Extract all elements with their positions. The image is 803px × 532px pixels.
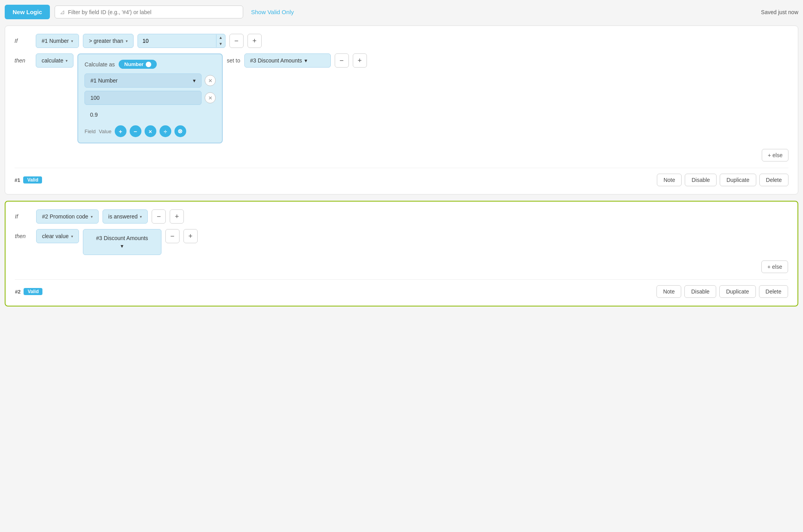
mul-operand-btn[interactable]: ×: [145, 125, 156, 137]
chevron-down-icon: ▾: [66, 59, 68, 63]
if-row-1: If #1 Number ▾ > greater than ▾ ▲ ▼ − +: [15, 34, 788, 48]
card-bottom-1: #1 Valid Note Disable Duplicate Delete: [15, 168, 788, 186]
delete-btn-1[interactable]: Delete: [759, 174, 788, 186]
action-dropdown-1[interactable]: calculate ▾: [36, 53, 73, 68]
calc-value-row-1: ✕: [84, 91, 216, 105]
condition-op-label-2: is answered: [108, 213, 138, 220]
new-logic-button[interactable]: New Logic: [5, 5, 50, 19]
clear-field-btn[interactable]: #3 Discount Amounts ▾: [83, 229, 161, 255]
rule-card-2: If #2 Promotion code ▾ is answered ▾ − +…: [5, 201, 798, 306]
value-op-label: Value: [99, 128, 111, 134]
add-condition-btn-1[interactable]: +: [248, 34, 262, 48]
chevron-down-icon: ▾: [140, 215, 142, 219]
chevron-down-icon: ▾: [71, 234, 73, 238]
condition-op-dropdown-1[interactable]: > greater than ▾: [83, 34, 134, 48]
calc-field-label-1: #1 Number: [90, 77, 117, 84]
rule-num-2: #2: [15, 289, 20, 295]
spinner-up-btn[interactable]: ▲: [216, 35, 225, 41]
remove-condition-btn-2[interactable]: −: [152, 209, 166, 224]
card-bottom-actions-2: Note Disable Duplicate Delete: [656, 285, 788, 298]
filter-bar: ⊿: [55, 6, 243, 18]
delete-btn-2[interactable]: Delete: [759, 285, 788, 298]
saved-status: Saved just now: [761, 9, 798, 15]
duplicate-btn-2[interactable]: Duplicate: [719, 285, 755, 298]
remove-calc-field-1-btn[interactable]: ✕: [205, 75, 216, 86]
card-actions-row-1: + else: [15, 149, 788, 161]
condition-op-dropdown-2[interactable]: is answered ▾: [103, 209, 148, 224]
toggle-circle-icon: [146, 62, 151, 67]
spinner-down-btn[interactable]: ▼: [216, 41, 225, 47]
condition-field-label-2: #2 Promotion code: [42, 213, 88, 220]
valid-badge-1: Valid: [23, 176, 42, 183]
chevron-down-icon: ▾: [126, 39, 128, 43]
calc-field-btn-1[interactable]: #1 Number ▾: [84, 73, 202, 88]
calc-field-row-1: #1 Number ▾ ✕: [84, 73, 216, 88]
set-to-field-dropdown[interactable]: #3 Discount Amounts ▾: [244, 53, 331, 68]
calculate-header: Calculate as Number: [84, 60, 216, 69]
note-btn-2[interactable]: Note: [656, 285, 682, 298]
rule-card-1: If #1 Number ▾ > greater than ▾ ▲ ▼ − + …: [5, 26, 798, 194]
then-row-1: then calculate ▾ Calculate as Number #1 …: [15, 53, 788, 143]
toggle-label: Number: [124, 61, 143, 67]
calculate-box: Calculate as Number #1 Number ▾ ✕ ✕: [77, 53, 223, 143]
clear-field-label: #3 Discount Amounts: [96, 235, 148, 241]
action-dropdown-2[interactable]: clear value ▾: [36, 229, 79, 243]
then-row-2: then clear value ▾ #3 Discount Amounts ▾…: [15, 229, 788, 255]
then-label-1: then: [15, 53, 32, 64]
remove-action-btn-2[interactable]: −: [165, 229, 180, 243]
header: New Logic ⊿ Show Valid Only Saved just n…: [5, 5, 798, 19]
disable-btn-2[interactable]: Disable: [684, 285, 716, 298]
condition-field-dropdown-2[interactable]: #2 Promotion code ▾: [36, 209, 99, 224]
condition-value-input-wrap: ▲ ▼: [138, 34, 226, 48]
add-condition-btn-2[interactable]: +: [170, 209, 184, 224]
calc-value-input-1[interactable]: [84, 91, 202, 105]
condition-field-label-1: #1 Number: [42, 38, 69, 44]
number-spinners: ▲ ▼: [216, 35, 225, 47]
remove-calc-value-1-btn[interactable]: ✕: [205, 92, 216, 103]
clear-operand-btn[interactable]: ⊗: [174, 125, 186, 137]
note-btn-1[interactable]: Note: [657, 174, 682, 186]
add-action-btn-1[interactable]: +: [353, 53, 367, 68]
disable-btn-1[interactable]: Disable: [685, 174, 717, 186]
card-bottom-actions-1: Note Disable Duplicate Delete: [657, 174, 788, 186]
then-label-2: then: [15, 229, 32, 239]
condition-value-input[interactable]: [138, 34, 216, 48]
if-label-1: If: [15, 34, 32, 44]
condition-op-label-1: > greater than: [89, 38, 123, 44]
calculate-as-label: Calculate as: [84, 61, 115, 68]
add-operand-btn[interactable]: +: [115, 125, 126, 137]
card-bottom-2: #2 Valid Note Disable Duplicate Delete: [15, 279, 788, 298]
calc-footer: Field Value + − × ÷ ⊗: [84, 125, 216, 137]
card-actions-row-2: + else: [15, 260, 788, 273]
valid-badge-2: Valid: [24, 288, 42, 295]
show-valid-link[interactable]: Show Valid Only: [251, 9, 294, 15]
chevron-down-icon: ▾: [121, 243, 123, 249]
add-action-btn-2[interactable]: +: [183, 229, 198, 243]
chevron-down-icon: ▾: [304, 57, 307, 64]
action-label-2: clear value: [42, 233, 69, 239]
number-toggle[interactable]: Number: [119, 60, 157, 69]
calc-value-row-2: [84, 108, 216, 121]
if-label-2: If: [15, 209, 32, 220]
set-to-label: set to: [227, 53, 240, 64]
div-operand-btn[interactable]: ÷: [160, 125, 171, 137]
field-op-label: Field: [84, 128, 95, 134]
duplicate-btn-1[interactable]: Duplicate: [720, 174, 756, 186]
filter-icon: ⊿: [60, 8, 65, 16]
remove-condition-btn-1[interactable]: −: [229, 34, 244, 48]
chevron-down-icon: ▾: [71, 39, 73, 43]
if-row-2: If #2 Promotion code ▾ is answered ▾ − +: [15, 209, 788, 224]
chevron-down-icon: ▾: [91, 215, 93, 219]
else-btn-1[interactable]: + else: [762, 149, 788, 161]
set-to-field-label: #3 Discount Amounts: [250, 57, 302, 64]
action-label-1: calculate: [42, 57, 63, 64]
filter-input[interactable]: [68, 9, 238, 15]
else-btn-2[interactable]: + else: [761, 260, 788, 273]
remove-action-btn-1[interactable]: −: [335, 53, 349, 68]
calc-value-input-2[interactable]: [84, 108, 216, 121]
rule-num-1: #1: [15, 177, 20, 183]
condition-field-dropdown-1[interactable]: #1 Number ▾: [36, 34, 79, 48]
chevron-down-icon: ▾: [193, 77, 196, 84]
sub-operand-btn[interactable]: −: [130, 125, 141, 137]
